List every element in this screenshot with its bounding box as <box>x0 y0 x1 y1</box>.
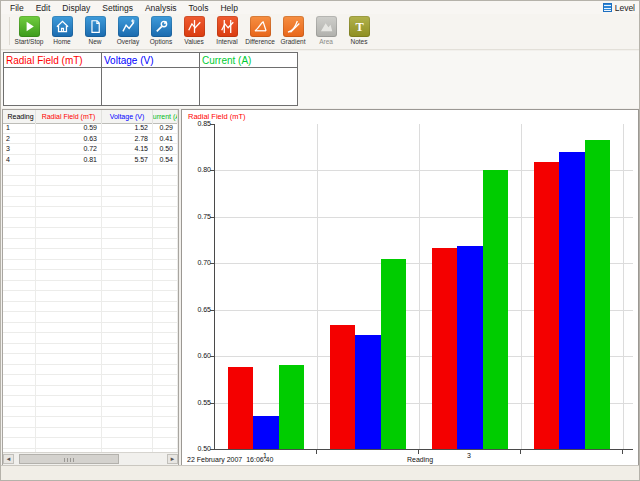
toolbar-button-label: Overlay <box>117 38 139 45</box>
table-empty-row <box>3 249 178 260</box>
table-cell <box>3 281 36 291</box>
toolbar-button-start-stop[interactable]: Start/Stop <box>14 16 44 45</box>
table-cell <box>36 302 102 312</box>
menu-item-settings[interactable]: Settings <box>96 3 139 13</box>
table-empty-row <box>3 312 178 323</box>
menu-item-analysis[interactable]: Analysis <box>139 3 183 13</box>
toolbar-button-notes[interactable]: TNotes <box>344 16 374 45</box>
channel-header-strip: Radial Field (mT)Voltage (V)Current (A) <box>1 51 639 108</box>
chart-x-axis-label: Reading <box>390 456 450 463</box>
wrench-icon <box>151 16 172 37</box>
toolbar-button-options[interactable]: Options <box>146 16 176 45</box>
table-row[interactable]: 10.591.520.29 <box>3 123 178 134</box>
table-cell <box>3 302 36 312</box>
chart-panel: Radial Field (mT) 22 February 2007 16:06… <box>181 109 639 466</box>
table-cell <box>3 207 36 217</box>
bar-voltage-v-reading-4 <box>559 152 585 449</box>
y-axis-tick-mark <box>210 263 214 264</box>
table-cell <box>102 417 153 427</box>
y-axis-tick-label: 0.65 <box>189 306 211 313</box>
toolbar-button-difference[interactable]: Difference <box>245 16 275 45</box>
horizontal-scrollbar[interactable]: ◄ ► <box>3 452 178 465</box>
level-indicator[interactable]: Level <box>603 2 635 13</box>
channel-title: Current (A) <box>200 53 297 68</box>
app-window: FileEditDisplaySettingsAnalysisToolsHelp… <box>0 0 640 481</box>
channel-box-3[interactable]: Current (A) <box>199 52 298 106</box>
y-axis-tick-mark <box>210 310 214 311</box>
channel-box-2[interactable]: Voltage (V) <box>101 52 200 106</box>
table-cell <box>153 260 178 270</box>
play-icon <box>19 16 40 37</box>
table-cell <box>102 281 153 291</box>
menu-item-display[interactable]: Display <box>56 3 96 13</box>
y-axis-tick-label: 0.55 <box>189 399 211 406</box>
scrollbar-thumb[interactable] <box>19 454 119 464</box>
scrollbar-grip <box>64 458 74 462</box>
table-empty-row <box>3 396 178 407</box>
table-empty-row <box>3 354 178 365</box>
table-empty-row <box>3 207 178 218</box>
menu-item-help[interactable]: Help <box>214 3 243 13</box>
table-cell <box>153 270 178 280</box>
table-cell <box>3 386 36 396</box>
scroll-left-arrow-icon[interactable]: ◄ <box>3 454 14 464</box>
toolbar-button-interval[interactable]: Interval <box>212 16 242 45</box>
toolbar-button-overlay[interactable]: Overlay <box>113 16 143 45</box>
table-cell <box>3 270 36 280</box>
toolbar-separator <box>9 17 10 45</box>
table-row[interactable]: 20.632.780.41 <box>3 134 178 145</box>
table-cell <box>36 270 102 280</box>
table-cell <box>36 396 102 406</box>
table-empty-row <box>3 218 178 229</box>
table-cell <box>102 302 153 312</box>
table-empty-row <box>3 407 178 418</box>
table-cell <box>153 291 178 301</box>
table-cell <box>3 239 36 249</box>
bar-voltage-v-reading-2 <box>355 335 381 449</box>
menu-item-edit[interactable]: Edit <box>30 3 57 13</box>
table-empty-row <box>3 438 178 449</box>
menu-item-file[interactable]: File <box>4 3 30 13</box>
x-axis-tick-mark <box>622 450 623 454</box>
table-cell <box>102 354 153 364</box>
values-cursor-icon <box>184 16 205 37</box>
toolbar-button-new[interactable]: New <box>80 16 110 45</box>
table-column-header: Reading <box>3 110 36 123</box>
table-cell <box>36 312 102 322</box>
chart-plot-area[interactable] <box>214 124 633 450</box>
table-empty-row <box>3 165 178 176</box>
scrollbar-track[interactable] <box>14 454 167 464</box>
toolbar-button-values[interactable]: Values <box>179 16 209 45</box>
table-cell <box>102 312 153 322</box>
table-cell <box>36 344 102 354</box>
status-bar <box>1 465 639 480</box>
gridline-vertical <box>521 124 522 449</box>
channel-box-1[interactable]: Radial Field (mT) <box>3 52 102 106</box>
table-cell <box>36 333 102 343</box>
scroll-right-arrow-icon[interactable]: ► <box>167 454 178 464</box>
table-empty-row <box>3 291 178 302</box>
gridline-vertical <box>419 124 420 449</box>
table-cell <box>3 197 36 207</box>
readings-table-panel: ReadingRadial Field (mT)Voltage (V)Curre… <box>2 109 179 466</box>
table-cell <box>153 396 178 406</box>
table-cell <box>3 333 36 343</box>
table-empty-row <box>3 186 178 197</box>
table-empty-row <box>3 270 178 281</box>
bar-radial-field-mt-reading-2 <box>330 325 356 449</box>
table-cell <box>153 365 178 375</box>
table-row[interactable]: 30.724.150.50 <box>3 144 178 155</box>
toolbar-button-gradient[interactable]: Gradient <box>278 16 308 45</box>
table-column-header: Current (A) <box>153 110 178 123</box>
table-body[interactable]: 10.591.520.2920.632.780.4130.724.150.504… <box>3 123 178 453</box>
x-axis-tick-mark <box>418 450 419 454</box>
menu-item-tools[interactable]: Tools <box>183 3 215 13</box>
toolbar-button-home[interactable]: Home <box>47 16 77 45</box>
table-cell <box>102 186 153 196</box>
table-cell <box>102 176 153 186</box>
level-label: Level <box>615 3 635 13</box>
table-cell <box>153 333 178 343</box>
channel-boxes: Radial Field (mT)Voltage (V)Current (A) <box>3 52 297 106</box>
table-empty-row <box>3 302 178 313</box>
table-row[interactable]: 40.815.570.54 <box>3 155 178 166</box>
